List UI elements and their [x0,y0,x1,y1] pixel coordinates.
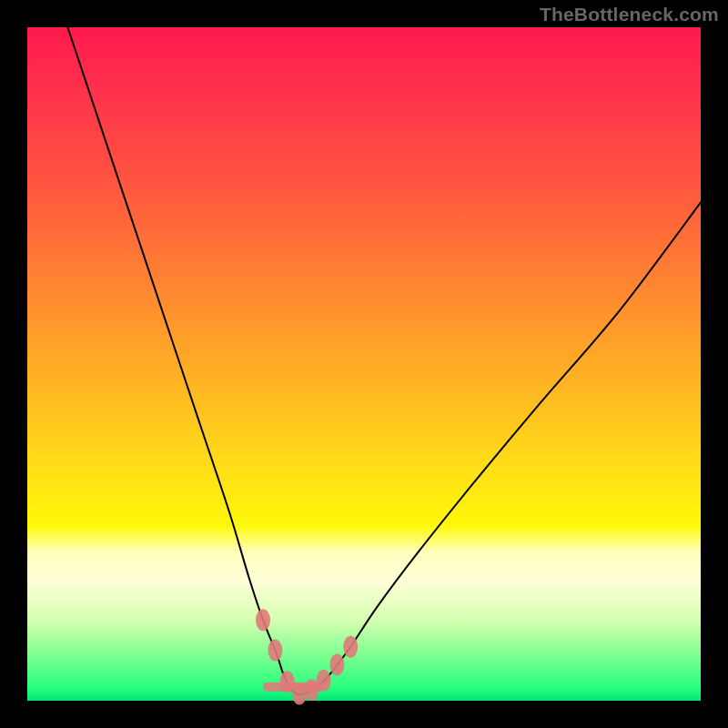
minimum-marker-dot [317,670,331,692]
minimum-marker-dot [268,640,282,662]
curve-layer [27,27,701,701]
minimum-marker-dot [292,683,307,705]
bottleneck-curve [67,27,701,695]
minimum-marker-dot [280,671,295,693]
minimum-marker-dot [329,654,344,676]
minimum-marker-dot [343,636,358,658]
plot-area [27,27,701,701]
watermark-text: TheBottleneck.com [540,4,719,25]
chart-frame: TheBottleneck.com [0,0,728,728]
minimum-marker-dot [256,609,270,631]
